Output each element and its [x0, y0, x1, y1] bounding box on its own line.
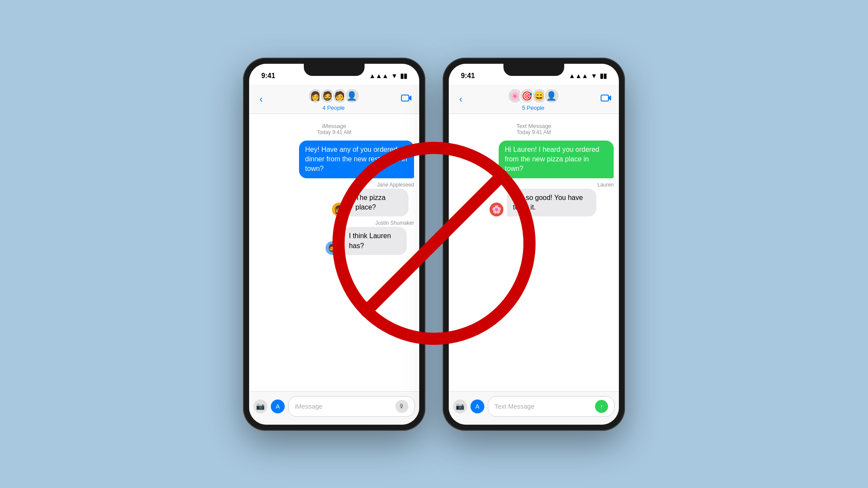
- signal-icon-left: ▲▲▲: [369, 72, 389, 79]
- battery-icon-right: ▮▮: [600, 72, 607, 80]
- video-button-right[interactable]: [601, 94, 612, 105]
- service-type-right: Text Message: [454, 123, 614, 129]
- camera-icon-right[interactable]: 📷: [453, 400, 467, 413]
- nav-avatars-right: 🌸 🎯 😄 👤: [507, 88, 559, 104]
- nav-center-left: 👩 🧔 🧑 👤 4 People: [266, 88, 401, 111]
- nav-avatars-left: 👩 🧔 🧑 👤: [308, 88, 360, 104]
- back-button-left[interactable]: ‹: [256, 92, 266, 107]
- timestamp-right: Today 9:41 AM: [454, 129, 614, 135]
- bubble-sent-right: Hi Lauren! I heard you ordered from the …: [499, 141, 614, 178]
- back-button-right[interactable]: ‹: [456, 92, 466, 107]
- notch-left: [304, 64, 365, 76]
- chat-timestamp-left: iMessage Today 9:41 AM: [254, 123, 414, 135]
- phone-right: 9:41 ▲▲▲ ▼ ▮▮ ‹ 🌸 🎯: [443, 58, 625, 431]
- input-placeholder-right: Text Message: [494, 403, 535, 410]
- chat-timestamp-right: Text Message Today 9:41 AM: [454, 123, 614, 135]
- message-input-right[interactable]: Text Message ↑: [488, 396, 615, 417]
- nav-bar-left: ‹ 👩 🧔 🧑 👤: [249, 85, 419, 114]
- status-time-left: 9:41: [261, 72, 275, 80]
- input-bar-left: 📷 A iMessage 🎙: [249, 391, 419, 425]
- camera-icon-left[interactable]: 📷: [253, 400, 267, 413]
- bubble-jane: The pizza place?: [349, 189, 408, 217]
- avatar-lauren: 🌸: [490, 203, 503, 216]
- avatar-4-right: 👤: [544, 88, 559, 104]
- phones-container: 9:41 ▲▲▲ ▼ ▮▮ ‹ 👩 🧔: [243, 58, 625, 431]
- wifi-icon-left: ▼: [391, 72, 398, 79]
- wifi-icon-right: ▼: [591, 72, 597, 79]
- signal-icon-right: ▲▲▲: [569, 72, 589, 79]
- bubble-justin: I think Lauren has?: [343, 227, 407, 255]
- sender-lauren: Lauren: [598, 182, 614, 188]
- chat-area-right: Text Message Today 9:41 AM Hi Lauren! I …: [449, 114, 619, 391]
- service-type-left: iMessage: [254, 123, 414, 129]
- nav-center-right: 🌸 🎯 😄 👤 5 People: [466, 88, 601, 111]
- nav-bar-right: ‹ 🌸 🎯 😄 👤: [449, 85, 619, 114]
- sender-jane: Jane Appleseed: [377, 182, 414, 188]
- input-placeholder-left: iMessage: [295, 403, 322, 410]
- video-button-left[interactable]: [401, 94, 412, 105]
- timestamp-left: Today 9:41 AM: [254, 129, 414, 135]
- message-jane: Jane Appleseed 👩 The pizza place?: [254, 182, 414, 217]
- notch-right: [503, 64, 564, 76]
- appstore-icon-left[interactable]: A: [271, 400, 285, 413]
- message-sent-right: Hi Lauren! I heard you ordered from the …: [454, 141, 614, 178]
- mic-icon-left[interactable]: 🎙: [395, 400, 408, 413]
- bubble-lauren: It is so good! You have to try it.: [507, 189, 596, 217]
- svg-rect-0: [401, 95, 409, 101]
- input-bar-right: 📷 A Text Message ↑: [449, 391, 619, 425]
- message-input-left[interactable]: iMessage 🎙: [288, 396, 415, 417]
- avatar-4-left: 👤: [344, 88, 360, 104]
- message-sent-left: Hey! Have any of you ordered dinner from…: [254, 141, 414, 178]
- send-button-right[interactable]: ↑: [595, 400, 608, 413]
- status-time-right: 9:41: [461, 72, 475, 80]
- message-lauren: Lauren 🌸 It is so good! You have to try …: [454, 182, 614, 217]
- phone-left: 9:41 ▲▲▲ ▼ ▮▮ ‹ 👩 🧔: [243, 58, 425, 431]
- appstore-icon-right[interactable]: A: [470, 400, 484, 413]
- group-name-left[interactable]: 4 People: [322, 105, 345, 111]
- sender-justin: Justin Shumaker: [375, 220, 414, 226]
- chat-area-left: iMessage Today 9:41 AM Hey! Have any of …: [249, 114, 419, 391]
- screen-right: 9:41 ▲▲▲ ▼ ▮▮ ‹ 🌸 🎯: [449, 64, 619, 425]
- message-justin: Justin Shumaker 🧔 I think Lauren has?: [254, 220, 414, 255]
- status-icons-right: ▲▲▲ ▼ ▮▮: [569, 72, 607, 80]
- svg-rect-1: [601, 95, 608, 101]
- avatar-justin: 🧔: [326, 241, 339, 255]
- group-name-right[interactable]: 5 People: [522, 105, 544, 111]
- avatar-jane: 👩: [332, 203, 346, 216]
- battery-icon-left: ▮▮: [400, 72, 407, 80]
- bubble-sent-left: Hey! Have any of you ordered dinner from…: [299, 141, 414, 178]
- screen-left: 9:41 ▲▲▲ ▼ ▮▮ ‹ 👩 🧔: [249, 64, 419, 425]
- status-icons-left: ▲▲▲ ▼ ▮▮: [369, 72, 407, 80]
